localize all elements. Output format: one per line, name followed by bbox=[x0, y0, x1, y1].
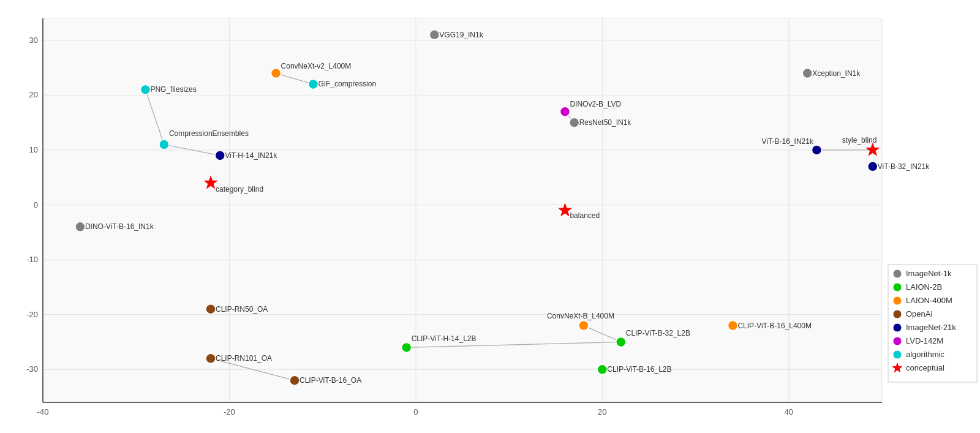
point-label-clip-vit-b-16-l400m: CLIP-ViT-B-16_L400M bbox=[737, 322, 812, 330]
point-label-xception-in1k: Xception_IN1k bbox=[812, 69, 861, 78]
svg-text:20: 20 bbox=[598, 407, 606, 416]
point-label-clip-rn50-oa: CLIP-RN50_OA bbox=[216, 305, 268, 314]
data-point-xception-in1k[interactable] bbox=[802, 69, 812, 78]
point-label-clip-rn101-oa: CLIP-RN101_OA bbox=[216, 354, 272, 363]
svg-text:0: 0 bbox=[413, 407, 418, 416]
legend-icon-openai bbox=[893, 310, 902, 318]
data-point-vgg19-in1k[interactable] bbox=[429, 30, 439, 40]
data-point-clip-rn101-oa[interactable] bbox=[206, 353, 216, 363]
point-label-style-blind: style_blind bbox=[842, 136, 877, 145]
point-label-compressionensembles: CompressionEnsembles bbox=[169, 129, 249, 138]
point-label-clip-vit-b-16-l2b: CLIP-ViT-B-16_L2B bbox=[607, 365, 671, 374]
point-label-vgg19-in1k: VGG19_IN1k bbox=[439, 31, 483, 39]
data-point-vit-b-32-in21k[interactable] bbox=[868, 162, 878, 171]
chart-container: -40-2002040-30-20-100102030VGG19_IN1kCon… bbox=[0, 0, 980, 433]
legend-icon-lvd-142m bbox=[893, 337, 902, 345]
svg-text:-40: -40 bbox=[37, 407, 49, 416]
data-point-clip-vit-b-16-l400m[interactable] bbox=[728, 321, 737, 331]
point-label-clip-vit-h-14-l2b: CLIP-ViT-H-14_L2B bbox=[412, 334, 477, 343]
scatter-plot: -40-2002040-30-20-100102030VGG19_IN1kCon… bbox=[0, 0, 980, 433]
legend-icon-imagenet-1k bbox=[893, 269, 902, 278]
data-point-clip-rn50-oa[interactable] bbox=[206, 304, 216, 314]
svg-text:40: 40 bbox=[785, 407, 793, 416]
point-label-resnet50-in1k: ResNet50_IN1k bbox=[579, 118, 632, 127]
data-point-convnext-b-l400m[interactable] bbox=[579, 321, 589, 331]
svg-text:20: 20 bbox=[29, 90, 38, 99]
point-label-convnext-v2-l400m: ConvNeXt-v2_L400M bbox=[281, 62, 352, 70]
point-label-dino-vit-b-16-in1k: DINO-ViT-B-16_IN1k bbox=[85, 222, 154, 231]
legend-icon-imagenet-21k bbox=[893, 323, 902, 332]
point-label-vit-b-32-in21k: ViT-B-32_IN21k bbox=[878, 162, 930, 171]
data-point-convnext-v2-l400m[interactable] bbox=[271, 69, 281, 78]
svg-text:-20: -20 bbox=[26, 310, 38, 319]
data-point-vit-b-16-in21k[interactable] bbox=[812, 145, 821, 155]
data-point-dino-vit-b-16-in1k[interactable] bbox=[75, 222, 85, 232]
point-label-png-filesizes: PNG_filesizes bbox=[150, 85, 196, 94]
legend-label-imagenet-1k: ImageNet-1k bbox=[906, 269, 952, 278]
point-label-clip-vit-b-16-oa: CLIP-ViT-B-16_OA bbox=[300, 376, 361, 385]
data-point-clip-vit-b-16-oa[interactable] bbox=[290, 375, 300, 385]
data-point-clip-vit-b-16-l2b[interactable] bbox=[597, 364, 607, 374]
legend-label-conceptual: conceptual bbox=[906, 363, 944, 372]
point-label-clip-vit-b-32-l2b: CLIP-ViT-B-32_L2B bbox=[626, 329, 690, 337]
legend-label-imagenet-21k: ImageNet-21k bbox=[906, 323, 956, 332]
svg-text:10: 10 bbox=[29, 145, 38, 154]
legend-label-openai: OpenAi bbox=[906, 309, 932, 318]
point-label-gif-compression: GIF_compression bbox=[318, 80, 376, 88]
point-label-vit-h-14-in21k: ViT-H-14_IN21k bbox=[225, 151, 277, 160]
svg-text:0: 0 bbox=[34, 200, 38, 209]
data-point-dinov2-b-lvd[interactable] bbox=[560, 107, 570, 116]
legend-icon-algorithmic bbox=[893, 350, 902, 359]
svg-rect-1 bbox=[43, 18, 882, 402]
legend-label-algorithmic: algorithmic bbox=[906, 350, 944, 359]
data-point-vit-h-14-in21k[interactable] bbox=[215, 151, 225, 160]
legend-label-laion-2b: LAION-2B bbox=[906, 282, 942, 292]
data-point-compressionensembles[interactable] bbox=[159, 140, 169, 149]
point-label-vit-b-16-in21k: ViT-B-16_IN21k bbox=[761, 137, 813, 146]
legend-icon-laion-2b bbox=[893, 283, 902, 292]
svg-text:-20: -20 bbox=[224, 407, 235, 416]
data-point-png-filesizes[interactable] bbox=[140, 85, 150, 94]
svg-text:-10: -10 bbox=[26, 255, 38, 264]
data-point-resnet50-in1k[interactable] bbox=[570, 118, 579, 127]
data-point-clip-vit-b-32-l2b[interactable] bbox=[616, 337, 626, 347]
point-label-dinov2-b-lvd: DINOv2-B_LVD bbox=[570, 100, 621, 108]
svg-text:30: 30 bbox=[29, 36, 38, 45]
svg-text:-30: -30 bbox=[26, 364, 38, 374]
legend-label-laion-400m: LAION-400M bbox=[906, 296, 952, 305]
point-label-balanced: balanced bbox=[570, 211, 600, 220]
point-label-category-blind: category_blind bbox=[216, 185, 263, 194]
data-point-clip-vit-h-14-l2b[interactable] bbox=[402, 342, 412, 352]
legend-icon-laion-400m bbox=[893, 296, 902, 305]
data-point-gif-compression[interactable] bbox=[308, 79, 318, 89]
legend-label-lvd-142m: LVD-142M bbox=[906, 336, 943, 345]
point-label-convnext-b-l400m: ConvNeXt-B_L400M bbox=[547, 312, 614, 320]
